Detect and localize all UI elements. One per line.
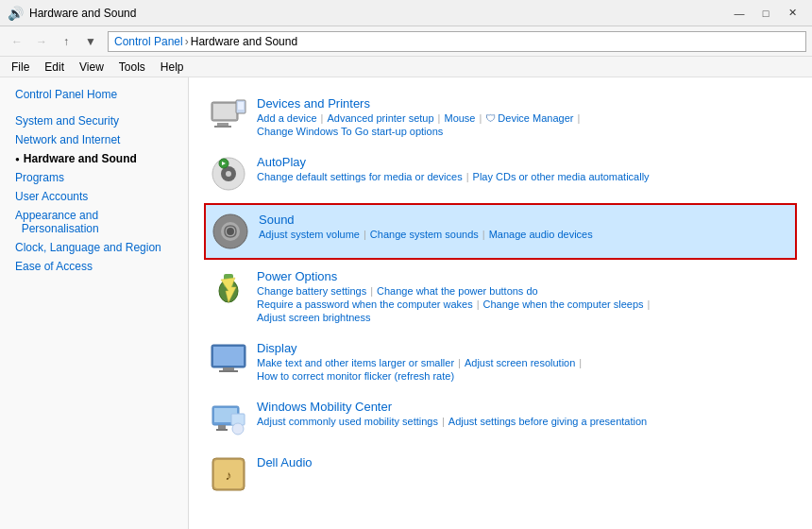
link-add-device[interactable]: Add a device xyxy=(257,112,317,124)
menu-tools[interactable]: Tools xyxy=(111,59,153,76)
autoplay-links: Change default settings for media or dev… xyxy=(257,171,791,182)
power-icon xyxy=(210,269,247,307)
mobility-title[interactable]: Windows Mobility Center xyxy=(257,400,791,414)
sidebar: Control Panel Home System and Security N… xyxy=(0,77,189,529)
svg-rect-17 xyxy=(213,347,244,366)
link-change-sounds[interactable]: Change system sounds xyxy=(370,229,479,240)
link-screen-resolution[interactable]: Adjust screen resolution xyxy=(465,357,575,368)
mobility-content: Windows Mobility Center Adjust commonly … xyxy=(257,400,791,427)
section-sound: Sound Adjust system volume | Change syst… xyxy=(204,203,797,260)
power-title[interactable]: Power Options xyxy=(257,269,791,283)
link-advanced-printer[interactable]: Advanced printer setup xyxy=(327,112,433,124)
main-layout: Control Panel Home System and Security N… xyxy=(0,77,812,529)
title-bar-icon: 🔊 xyxy=(8,6,24,21)
svg-point-8 xyxy=(226,171,231,177)
autoplay-content: AutoPlay Change default settings for med… xyxy=(257,155,791,182)
menu-help[interactable]: Help xyxy=(153,59,192,76)
up-button[interactable]: ↑ xyxy=(55,30,77,53)
title-bar-controls: — □ ✕ xyxy=(727,4,804,23)
display-title[interactable]: Display xyxy=(257,341,791,355)
minimize-button[interactable]: — xyxy=(727,4,752,23)
link-mouse[interactable]: Mouse xyxy=(444,112,475,124)
back-button[interactable]: ← xyxy=(6,30,28,53)
content-area: Devices and Printers Add a device | Adva… xyxy=(189,77,812,529)
link-default-media[interactable]: Change default settings for media or dev… xyxy=(257,171,463,182)
menu-file[interactable]: File xyxy=(4,59,37,76)
dell-content: Dell Audio xyxy=(257,455,791,469)
svg-rect-23 xyxy=(216,429,228,431)
svg-point-25 xyxy=(232,423,244,435)
nav-bar: ← → ↑ ▼ Control Panel › Hardware and Sou… xyxy=(0,26,812,57)
sidebar-ease-of-access[interactable]: Ease of Access xyxy=(0,257,188,276)
link-when-sleeps[interactable]: Change when the computer sleeps xyxy=(483,299,644,310)
section-autoplay: AutoPlay Change default settings for med… xyxy=(204,147,797,201)
title-bar: 🔊 Hardware and Sound — □ ✕ xyxy=(0,0,812,26)
shield-icon: 🛡 xyxy=(485,112,496,124)
address-bar: Control Panel › Hardware and Sound xyxy=(108,31,806,52)
close-button[interactable]: ✕ xyxy=(780,4,804,23)
link-presentation[interactable]: Adjust settings before giving a presenta… xyxy=(448,416,647,427)
section-dell: ♪ Dell Audio xyxy=(204,448,797,502)
display-content: Display Make text and other items larger… xyxy=(257,341,791,382)
sidebar-system-security[interactable]: System and Security xyxy=(0,111,188,130)
sound-title[interactable]: Sound xyxy=(259,213,789,227)
link-battery-settings[interactable]: Change battery settings xyxy=(257,285,366,297)
address-control-panel[interactable]: Control Panel xyxy=(114,35,183,48)
devices-links: Add a device | Advanced printer setup | … xyxy=(257,112,791,124)
sidebar-user-accounts[interactable]: User Accounts xyxy=(0,187,188,206)
link-screen-brightness[interactable]: Adjust screen brightness xyxy=(257,312,370,323)
display-links: Make text and other items larger or smal… xyxy=(257,357,791,368)
svg-rect-3 xyxy=(214,126,231,128)
dell-icon: ♪ xyxy=(210,455,247,493)
forward-button[interactable]: → xyxy=(30,30,53,53)
sidebar-hardware-sound[interactable]: Hardware and Sound xyxy=(0,149,188,168)
section-power: Power Options Change battery settings | … xyxy=(204,262,797,332)
autoplay-title[interactable]: AutoPlay xyxy=(257,155,791,169)
recent-button[interactable]: ▼ xyxy=(79,30,102,53)
link-password-wake[interactable]: Require a password when the computer wak… xyxy=(257,299,473,310)
link-device-manager[interactable]: Device Manager xyxy=(498,112,573,124)
devices-title[interactable]: Devices and Printers xyxy=(257,96,791,111)
mobility-icon xyxy=(210,400,247,437)
sidebar-clock-language[interactable]: Clock, Language and Region xyxy=(0,238,188,257)
link-monitor-flicker[interactable]: How to correct monitor flicker (refresh … xyxy=(257,370,454,382)
power-links-1: Change battery settings | Change what th… xyxy=(257,285,791,297)
svg-text:♪: ♪ xyxy=(226,468,232,483)
svg-rect-5 xyxy=(238,102,244,110)
section-mobility: Windows Mobility Center Adjust commonly … xyxy=(204,392,797,446)
display-extra-links: How to correct monitor flicker (refresh … xyxy=(257,370,791,382)
link-adjust-volume[interactable]: Adjust system volume xyxy=(259,229,360,240)
maximize-button[interactable]: □ xyxy=(753,4,778,23)
power-content: Power Options Change battery settings | … xyxy=(257,269,791,323)
display-icon xyxy=(210,341,247,379)
svg-rect-1 xyxy=(213,104,236,119)
devices-content: Devices and Printers Add a device | Adva… xyxy=(257,96,791,137)
menu-view[interactable]: View xyxy=(72,59,111,76)
sidebar-control-panel-home[interactable]: Control Panel Home xyxy=(0,85,188,104)
sound-content: Sound Adjust system volume | Change syst… xyxy=(259,213,789,240)
menu-edit[interactable]: Edit xyxy=(37,59,72,76)
section-display: Display Make text and other items larger… xyxy=(204,333,797,390)
sidebar-appearance[interactable]: Appearance and Personalisation xyxy=(0,206,188,238)
link-manage-audio[interactable]: Manage audio devices xyxy=(489,229,593,240)
svg-rect-18 xyxy=(223,367,234,370)
link-text-larger[interactable]: Make text and other items larger or smal… xyxy=(257,357,454,368)
sidebar-network-internet[interactable]: Network and Internet xyxy=(0,130,188,149)
dell-title[interactable]: Dell Audio xyxy=(257,455,791,469)
sound-icon xyxy=(211,213,249,250)
link-play-cds[interactable]: Play CDs or other media automatically xyxy=(473,171,650,182)
link-windows-to-go[interactable]: Change Windows To Go start-up options xyxy=(257,126,443,137)
address-sep-1: › xyxy=(185,35,189,48)
svg-point-13 xyxy=(227,228,234,235)
link-mobility-settings[interactable]: Adjust commonly used mobility settings xyxy=(257,416,438,427)
svg-rect-2 xyxy=(217,123,228,126)
svg-rect-19 xyxy=(219,370,238,372)
link-power-buttons[interactable]: Change what the power buttons do xyxy=(377,285,538,297)
section-devices: Devices and Printers Add a device | Adva… xyxy=(204,89,797,145)
power-extra-links: Adjust screen brightness xyxy=(257,312,791,323)
title-bar-text: Hardware and Sound xyxy=(29,7,136,20)
sidebar-programs[interactable]: Programs xyxy=(0,168,188,187)
address-current: Hardware and Sound xyxy=(191,35,297,48)
devices-extra-links: Change Windows To Go start-up options xyxy=(257,126,791,137)
devices-icon xyxy=(210,96,247,134)
